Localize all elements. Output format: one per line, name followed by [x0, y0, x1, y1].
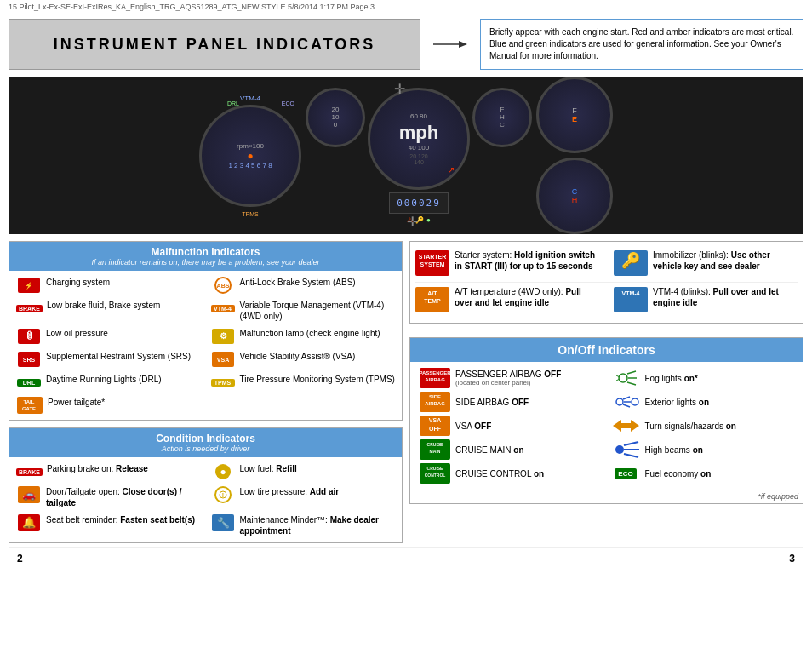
- drl-icon: DRL: [17, 379, 41, 387]
- svg-line-42: [627, 371, 636, 374]
- onoff-exterior-lights: Exterior lights on: [607, 390, 799, 414]
- svg-line-44: [627, 382, 636, 385]
- left-small-gauge: 20100: [306, 88, 365, 147]
- seatbelt-icon: 🔔: [17, 513, 41, 532]
- side-airbag-text: SIDE AIRBAG OFF: [455, 398, 529, 407]
- onoff-cruise-main: CRUISE MAIN CRUISE MAIN on: [415, 438, 607, 461]
- at-temp-icon: A/T TEMP: [415, 286, 450, 315]
- onoff-fog-lights: Fog lights on*: [607, 366, 799, 390]
- onoff-side-airbag: SIDE AIRBAG SIDE AIRBAG OFF: [415, 390, 607, 414]
- svg-line-51: [623, 397, 630, 399]
- svg-point-50: [616, 398, 623, 405]
- tire-icon: !: [211, 485, 235, 504]
- description-box: Briefly appear with each engine start. R…: [480, 19, 803, 70]
- condition-maintenance: 🔧 Maintenance Minder™: Make dealer appoi…: [210, 513, 396, 538]
- svg-text:●: ●: [220, 466, 226, 478]
- vtm4-text: Variable Torque Management (VTM-4) (4WD …: [240, 300, 396, 322]
- right-small-gauge: FHC: [472, 88, 532, 147]
- vtm4-blink-text: VTM-4 (blinks): Pull over and let engine…: [653, 286, 798, 308]
- svg-text:OFF: OFF: [429, 426, 442, 432]
- onoff-cruise-control: CRUISE CONTROL CRUISE CONTROL on: [415, 461, 607, 485]
- file-info-bar: 15 Pilot_Lx-Ex-SE-ExI-ExIRes_KA_English_…: [0, 0, 812, 14]
- condition-tire: ! Low tire pressure: Add air: [210, 484, 396, 510]
- malfunction-header: Malfunction Indicators If an indicator r…: [9, 242, 402, 271]
- door-text: Door/Tailgate open: Close door(s) / tail…: [46, 486, 202, 508]
- svg-text:🔧: 🔧: [216, 516, 229, 529]
- svg-text:SIDE: SIDE: [429, 394, 441, 399]
- cruise-control-text: CRUISE CONTROL on: [455, 469, 544, 479]
- indicator-tpms: TPMS Tire Pressure Monitoring System (TP…: [210, 372, 396, 393]
- at-temp-row: A/T TEMP A/T temperature (4WD only): Pul…: [415, 283, 798, 318]
- svg-text:GATE: GATE: [22, 406, 36, 411]
- svg-text:!: !: [221, 492, 223, 498]
- onoff-passenger-airbag: PASSENGER AIRBAG PASSENGER AIRBAG OFF (l…: [415, 366, 607, 390]
- fuel-economy-text: Fuel economy on: [645, 469, 712, 479]
- svg-text:⚡: ⚡: [25, 281, 33, 290]
- vtm4-blink-icon: VTM-4: [613, 286, 649, 315]
- maintenance-icon: 🔧: [211, 513, 235, 532]
- tailgate-text: Power tailgate*: [48, 397, 105, 408]
- indicator-malfunction-lamp: ⚙ Malfunction lamp (check engine light): [210, 326, 396, 347]
- maintenance-text: Maintenance Minder™: Make dealer appoint…: [240, 514, 396, 536]
- onoff-header: On/Off Indicators: [410, 338, 803, 362]
- malfunction-title: Malfunction Indicators: [18, 246, 393, 258]
- fuel-text: Low fuel: Refill: [240, 463, 297, 474]
- cruise-main-text: CRUISE MAIN on: [455, 445, 524, 455]
- svg-text:🚗: 🚗: [22, 487, 37, 502]
- condition-parking-brake: BRAKE Parking brake on: Release: [16, 461, 202, 482]
- indicator-abs: ABS Anti-Lock Brake System (ABS): [210, 275, 396, 295]
- tpms-text: Tire Pressure Monitoring System (TPMS): [240, 374, 395, 385]
- onoff-vsa: VSA OFF VSA OFF: [415, 414, 607, 438]
- svg-text:AIRBAG: AIRBAG: [425, 377, 445, 382]
- svg-text:TAIL: TAIL: [24, 399, 35, 404]
- condition-low-fuel: ● Low fuel: Refill: [210, 461, 396, 482]
- indicator-brake: BRAKE Low brake fluid, Brake system: [16, 298, 202, 324]
- side-airbag-icon: SIDE AIRBAG: [419, 391, 451, 413]
- page-numbers: 2 3: [9, 547, 803, 569]
- svg-text:SRS: SRS: [23, 357, 36, 363]
- svg-line-53: [623, 404, 630, 407]
- condition-body: BRAKE Parking brake on: Release ●: [9, 457, 402, 542]
- turn-signals-text: Turn signals/hazards on: [645, 421, 736, 431]
- svg-text:🔔: 🔔: [22, 515, 37, 530]
- svg-text:CRUISE: CRUISE: [427, 466, 444, 471]
- indicator-drl: DRL Daytime Running Lights (DRL): [16, 372, 202, 393]
- svg-marker-1: [459, 41, 467, 48]
- turn-signals-icon: [611, 415, 641, 437]
- malfunction-panel: Malfunction Indicators If an indicator r…: [9, 241, 403, 421]
- at-temp-text: A/T temperature (4WD only): Pull over an…: [455, 286, 600, 308]
- condition-header: Condition Indicators Action is needed by…: [9, 428, 402, 457]
- oil-icon: 🛢: [17, 328, 41, 345]
- vsa-off-text: VSA OFF: [455, 421, 491, 431]
- onoff-title: On/Off Indicators: [419, 343, 794, 357]
- svg-text:ABS: ABS: [216, 283, 229, 289]
- svg-text:PASSENGER: PASSENGER: [419, 370, 451, 375]
- speedometer-gauge: 60 80 mph 40 100 20 120 140 ↗: [368, 88, 470, 190]
- indicator-vsa: VSA Vehicle Stability Assist® (VSA): [210, 349, 396, 370]
- starter-section: STARTER SYSTEM Starter system: Hold igni…: [409, 241, 803, 324]
- passenger-airbag-text: PASSENGER AIRBAG OFF (located on center …: [455, 370, 561, 387]
- condition-grid: BRAKE Parking brake on: Release ●: [16, 461, 395, 538]
- cruise-main-icon: CRUISE MAIN: [419, 439, 451, 461]
- charging-text: Charging system: [46, 277, 110, 288]
- srs-icon: SRS: [17, 351, 41, 368]
- crosshair-top: ✛: [394, 81, 405, 97]
- condition-title: Condition Indicators: [18, 433, 393, 444]
- fog-light-icon: [613, 367, 638, 389]
- engine-icon: ⚙: [211, 328, 235, 345]
- svg-text:🔑: 🔑: [621, 251, 641, 270]
- svg-marker-59: [622, 420, 639, 432]
- tachometer-gauge: rpm×100 ● 1 2 3 4 5 6 7 8 VTM-4 DRL ECO …: [199, 105, 301, 207]
- tire-text: Low tire pressure: Add air: [240, 486, 340, 497]
- fuel-icon: ●: [214, 462, 232, 481]
- condition-door: 🚗 Door/Tailgate open: Close door(s) / ta…: [16, 484, 202, 510]
- svg-text:STARTER: STARTER: [419, 254, 447, 260]
- svg-text:A/T: A/T: [427, 290, 437, 296]
- svg-text:MAIN: MAIN: [430, 449, 441, 454]
- crosshair-bottom: ✛: [407, 214, 418, 230]
- svg-text:TEMP: TEMP: [424, 298, 441, 304]
- starter-text: Starter system: Hold ignition switch in …: [455, 249, 600, 272]
- starter-row: STARTER SYSTEM Starter system: Hold igni…: [415, 246, 798, 283]
- tpms-icon: TPMS: [211, 379, 235, 387]
- condition-subheader: Action is needed by driver: [18, 444, 393, 453]
